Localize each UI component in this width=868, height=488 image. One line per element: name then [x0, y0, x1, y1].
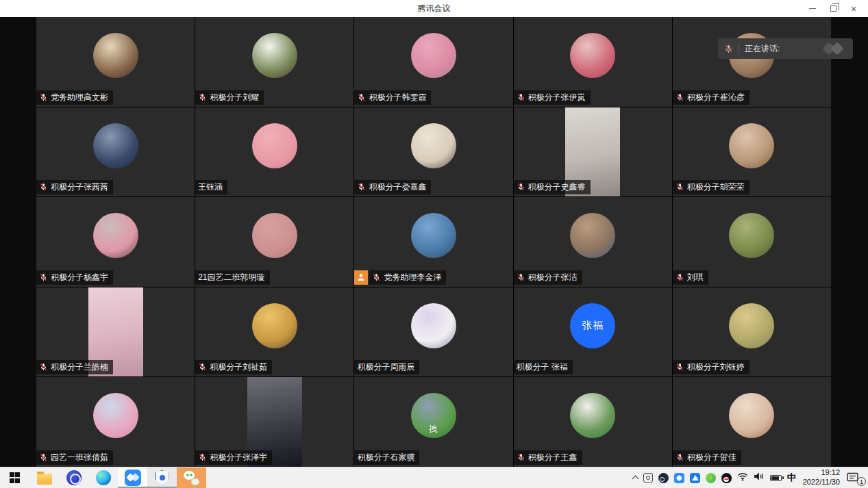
shield-icon — [156, 470, 169, 485]
steam-icon[interactable] — [658, 473, 669, 483]
participant-tile[interactable]: 积极分子周雨辰 — [354, 287, 512, 377]
participant-tile[interactable]: 积极分子崔沁彦 — [673, 17, 831, 107]
wifi-icon[interactable] — [737, 472, 748, 484]
blue-circle-app-icon — [66, 470, 82, 485]
participant-name-row: 积极分子史鑫睿 — [514, 180, 591, 194]
participant-name-row: 积极分子 张福 — [514, 360, 573, 374]
participant-name-tag: 园艺一班张倩茹 — [36, 450, 113, 465]
participant-tile[interactable]: 王钰涵 — [195, 107, 354, 197]
action-center-button[interactable]: 1 — [847, 470, 865, 485]
participant-tile[interactable]: 积极分子刘耀 — [195, 17, 354, 107]
tencent-meeting-window: 腾讯会议 × 党务助理 — [0, 0, 868, 488]
participant-name-tag: 积极分子张泽宇 — [195, 450, 272, 465]
speaking-indicator[interactable]: 正在讲话: — [718, 38, 853, 59]
participant-name-tag: 积极分子杨鑫宇 — [36, 270, 113, 285]
tencent-meeting-taskbar-button[interactable] — [118, 467, 147, 488]
participant-name-tag: 积极分子 张福 — [514, 360, 573, 374]
desktop-app-icon[interactable] — [643, 473, 653, 483]
volume-icon[interactable] — [754, 472, 765, 484]
participant-name-tag: 党务助理李金泽 — [369, 270, 446, 285]
participant-name-row: 积极分子杨鑫宇 — [36, 270, 113, 285]
participant-tile[interactable]: 党务助理高文彬 — [36, 17, 195, 107]
blue-circle-app-button[interactable] — [59, 467, 88, 488]
minimize-button[interactable] — [802, 0, 823, 17]
participant-tile[interactable]: 积极分子娄嘉鑫 — [354, 107, 512, 197]
participant-tile[interactable]: 积极分子胡荣荣 — [673, 107, 831, 197]
mic-muted-icon — [357, 93, 366, 102]
participant-avatar — [729, 213, 774, 258]
divider — [739, 44, 739, 54]
qq-music-icon[interactable]: ♪ — [706, 473, 716, 483]
mic-muted-icon — [517, 273, 525, 282]
participant-name-tag: 积极分子史鑫睿 — [514, 180, 591, 194]
participant-tile[interactable]: 积极分子张泽宇 — [195, 377, 354, 467]
participant-name-tag: 21园艺二班郭明璇 — [195, 270, 269, 285]
participant-name-tag: 积极分子刘耀 — [195, 90, 264, 105]
participant-tile[interactable]: 积极分子杨鑫宇 — [36, 197, 195, 287]
netdisk-icon[interactable] — [690, 473, 700, 483]
participant-name: 积极分子杨鑫宇 — [51, 272, 108, 283]
battery-icon[interactable] — [770, 475, 782, 481]
mic-muted-icon — [517, 93, 525, 102]
wechat-button[interactable] — [177, 467, 206, 488]
participant-tile[interactable]: 积极分子张伊岚 — [514, 17, 672, 107]
participant-tile[interactable]: 党务助理李金泽 — [354, 197, 512, 287]
participant-name: 积极分子韩雯霞 — [369, 92, 426, 103]
microsoft-edge-icon — [96, 470, 111, 485]
participant-name: 园艺一班张倩茹 — [51, 452, 108, 463]
mic-muted-icon — [517, 453, 525, 462]
participant-tile[interactable]: 张福 积极分子 张福 — [514, 287, 672, 377]
hidden-icons-chevron-icon[interactable] — [632, 476, 638, 483]
participant-name-row: 积极分子刘耀 — [195, 90, 264, 105]
close-button[interactable]: × — [843, 0, 864, 17]
participant-tile[interactable]: 积极分子韩雯霞 — [354, 17, 512, 107]
start-button[interactable] — [0, 467, 29, 488]
host-badge-icon — [354, 270, 368, 285]
participant-avatar — [252, 303, 297, 348]
restore-button[interactable] — [823, 0, 843, 17]
tencent-meeting-tray-icon[interactable] — [674, 473, 684, 483]
file-explorer-button[interactable] — [29, 467, 59, 488]
participant-name-tag: 刘琪 — [673, 270, 708, 285]
mic-muted-icon — [357, 183, 366, 192]
participant-name-tag: 积极分子韩雯霞 — [354, 90, 431, 105]
participant-name-tag: 积极分子胡荣荣 — [673, 180, 749, 194]
system-tray: ♪ 中 19:12 2022/1 — [633, 467, 868, 488]
participant-tile[interactable]: 拽 积极分子石家骥 — [354, 377, 512, 467]
edge-button[interactable] — [88, 467, 118, 488]
restore-icon — [830, 5, 836, 12]
participant-avatar — [411, 33, 456, 78]
participant-tile[interactable]: 积极分子刘祉茹 — [195, 287, 354, 377]
participant-name: 积极分子史鑫睿 — [528, 181, 586, 193]
participant-avatar — [252, 213, 297, 258]
participant-name: 党务助理李金泽 — [384, 272, 441, 283]
windows-start-icon — [10, 472, 21, 483]
participant-tile[interactable]: 积极分子兰皓楠 — [36, 287, 195, 377]
participant-tile[interactable]: 积极分子史鑫睿 — [514, 107, 672, 197]
input-method-indicator[interactable]: 中 — [787, 472, 796, 484]
qq-icon[interactable] — [721, 473, 732, 483]
participant-tile[interactable]: 园艺一班张倩茹 — [36, 377, 195, 467]
meeting-area: 党务助理高文彬 积极分子刘耀 — [0, 17, 868, 467]
title-bar: 腾讯会议 × — [0, 0, 868, 17]
participant-tile[interactable]: 积极分子贺佳 — [673, 377, 831, 467]
participant-tile[interactable]: 21园艺二班郭明璇 — [195, 197, 354, 287]
participant-name: 积极分子石家骥 — [357, 452, 414, 463]
participant-tile[interactable]: 积极分子张茜茜 — [36, 107, 195, 197]
participant-name-row: 积极分子周雨辰 — [354, 360, 419, 374]
participant-tile[interactable]: 积极分子刘钰婷 — [673, 287, 831, 377]
participant-tile[interactable]: 刘琪 — [673, 197, 831, 287]
security-app-button[interactable] — [147, 467, 177, 488]
participant-name-row: 积极分子刘钰婷 — [673, 360, 749, 374]
clock[interactable]: 19:12 2022/11/30 — [802, 468, 841, 487]
participant-avatar — [411, 213, 456, 258]
participant-tile[interactable]: 积极分子张洁 — [514, 197, 672, 287]
participant-avatar: 张福 — [570, 303, 615, 348]
participant-avatar — [570, 33, 615, 78]
taskbar: ♪ 中 19:12 2022/1 — [0, 467, 868, 488]
participant-name-tag: 积极分子刘祉茹 — [195, 360, 272, 374]
participant-name-row: 积极分子石家骥 — [354, 450, 419, 465]
mic-muted-icon — [39, 273, 48, 282]
participant-tile[interactable]: 积极分子王鑫 — [514, 377, 672, 467]
participant-name-row: 园艺一班张倩茹 — [36, 450, 113, 465]
